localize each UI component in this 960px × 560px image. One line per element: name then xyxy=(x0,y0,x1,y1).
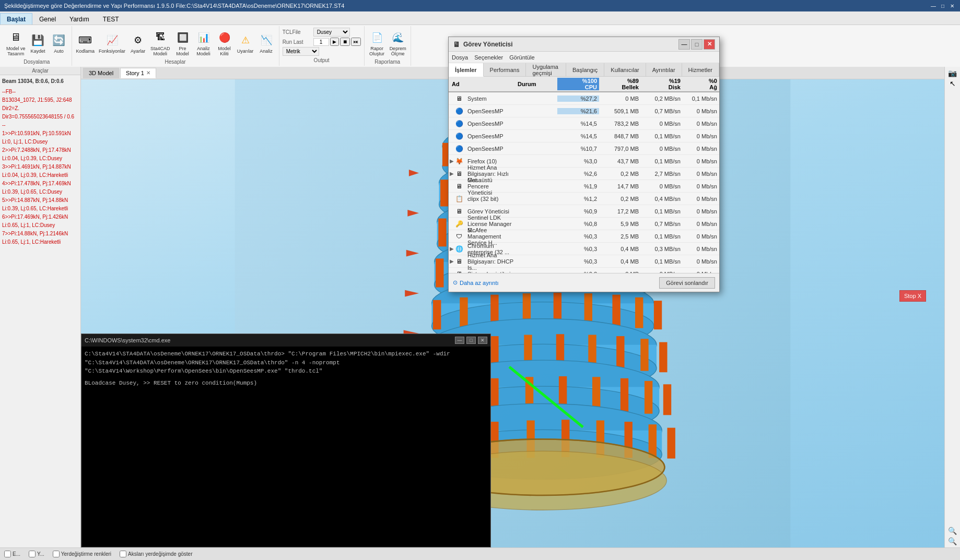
table-row[interactable]: ▶ 🖥 Hizmet Ana Bilgisayarı: DHCP Is... %… xyxy=(449,255,719,268)
model-kiliti-btn[interactable]: 🔴 ModelKiliti xyxy=(215,28,234,57)
zoom-in-tool[interactable]: 🔍 xyxy=(948,527,957,535)
row-expand-icon[interactable]: ▶ xyxy=(449,171,455,176)
status-check-2: Y... xyxy=(29,551,44,557)
cmd-close-btn[interactable]: ✕ xyxy=(478,337,487,344)
tm-tab-uygulama[interactable]: Uygulama geçmişi xyxy=(526,63,566,76)
maximize-btn[interactable]: □ xyxy=(939,2,946,9)
kodlama-icon: ⌨ xyxy=(77,32,93,49)
status-label-1: E... xyxy=(13,551,20,557)
table-row[interactable]: 🔵 OpenSeesMP %10,7 797,0 MB 0 MB/sn 0 Mb… xyxy=(449,142,719,155)
table-row[interactable]: 🖥 System %27,2 0 MB 0,2 MB/sn 0,1 Mb/sn xyxy=(449,92,719,105)
tm-less-detail-icon: ⊙ xyxy=(453,279,458,286)
status-checkbox-3[interactable] xyxy=(53,551,60,557)
model-tasarim-btn[interactable]: 🖥 Model veTasarım xyxy=(5,28,27,57)
tab-baslat[interactable]: Başlat xyxy=(0,13,32,25)
table-row[interactable]: 🔵 OpenSeesMP %21,6 509,1 MB 0,7 MB/sn 0 … xyxy=(449,105,719,117)
tm-icon: 🖥 xyxy=(453,40,460,49)
select-tool[interactable]: ↖ xyxy=(950,79,956,88)
tm-header-cpu[interactable]: %100CPU xyxy=(557,78,599,90)
dosyalama-items: 🖥 Model veTasarım 💾 Kaydet 🔄 Auto xyxy=(5,27,68,58)
tab-story1-close[interactable]: ✕ xyxy=(146,70,150,76)
run-play-btn[interactable]: ▶ xyxy=(330,38,339,46)
zoom-out-tool[interactable]: 🔍 xyxy=(948,537,957,545)
tm-menubar: Dosya Seçenekler Görüntüle xyxy=(449,52,719,63)
row-icon: 📋 xyxy=(455,195,463,203)
metric-select[interactable]: Metrik xyxy=(283,47,319,56)
ayarlar-btn[interactable]: ⚙ Ayarlar xyxy=(128,31,147,55)
row-icon: 🖥 xyxy=(455,257,463,266)
status-checkbox-1[interactable] xyxy=(4,551,11,557)
sta4cad-btn[interactable]: 🏗 Sta4CADModeli xyxy=(149,28,171,57)
row-expand-icon[interactable]: ▶ xyxy=(449,246,455,252)
hesaplar-label: Hesaplar xyxy=(165,59,186,65)
tm-menu-goruntule[interactable]: Görüntüle xyxy=(509,54,534,61)
table-row[interactable]: 🔵 OpenSeesMP %14,5 783,2 MB 0 MB/sn 0 Mb… xyxy=(449,117,719,130)
table-row[interactable]: 🖥 Masaüstü Pencere Yöneticisi %1,9 14,7 … xyxy=(449,180,719,193)
run-num-input[interactable] xyxy=(313,38,329,46)
row-mem: 0 MB xyxy=(599,96,641,102)
cmd-minimize-btn[interactable]: — xyxy=(455,337,464,344)
analiz-label: Analiz xyxy=(260,49,273,54)
analiz-btn[interactable]: 📉 Analiz xyxy=(257,31,276,55)
fonksiyonlar-btn[interactable]: 📈 Fonksiyonlar xyxy=(98,31,126,55)
tm-tab-hizmetler[interactable]: Hizmetler xyxy=(682,63,719,76)
tm-header-net[interactable]: %0Ağ xyxy=(683,78,719,90)
minimize-btn[interactable]: — xyxy=(930,2,937,9)
svg-rect-96 xyxy=(668,428,675,459)
tm-table-header: Ad Durum %100CPU %89Bellek %19Disk %0Ağ xyxy=(449,77,719,92)
row-cpu: %0,9 xyxy=(557,208,599,215)
auto-btn[interactable]: 🔄 Auto xyxy=(50,31,68,55)
stop-x-btn[interactable]: Stop X xyxy=(899,290,926,302)
tm-tab-islemler[interactable]: İşlemler xyxy=(449,63,484,77)
tm-menu-dosya[interactable]: Dosya xyxy=(452,54,468,61)
output-row-metric: Metrik xyxy=(283,47,361,56)
screenshot-tool[interactable]: 📷 xyxy=(948,69,957,77)
tab-story1[interactable]: Story 1 ✕ xyxy=(120,68,156,78)
tm-less-detail-btn[interactable]: ⊙ Daha az ayrıntı xyxy=(453,279,499,286)
pre-model-btn[interactable]: 🔲 PreModel xyxy=(173,28,192,57)
tab-3d-model[interactable]: 3D Model xyxy=(83,68,119,78)
tm-end-task-btn[interactable]: Görevi sonlandır xyxy=(659,277,715,289)
tab-yardim[interactable]: Yardım xyxy=(63,13,96,25)
tm-header-name[interactable]: Ad xyxy=(449,81,516,87)
tab-genel[interactable]: Genel xyxy=(32,13,63,25)
tm-maximize-btn[interactable]: □ xyxy=(691,39,703,50)
tm-minimize-btn[interactable]: — xyxy=(678,39,690,50)
tm-menu-secenekler[interactable]: Seçenekler xyxy=(474,54,503,61)
row-mem: 0,4 MB xyxy=(599,246,641,252)
beam-line-8: Li:0.04, Lj:0.39, LC:Dusey xyxy=(2,154,78,163)
status-checkbox-4[interactable] xyxy=(120,551,126,557)
row-expand-icon[interactable]: ▶ xyxy=(449,258,455,264)
tm-tab-ayrintilar[interactable]: Ayrıntılar xyxy=(646,63,682,76)
app-title: Şekildeğiştirmeye göre Değerlendirme ve … xyxy=(4,3,344,9)
kodlama-btn[interactable]: ⌨ Kodlama xyxy=(75,31,96,55)
row-disk: 0,2 MB/sn xyxy=(641,96,683,102)
close-btn[interactable]: ✕ xyxy=(949,2,956,9)
status-label-2: Y... xyxy=(37,551,44,557)
row-disk: 0 MB/sn xyxy=(641,183,683,189)
analiz-modeli-btn[interactable]: 📊 AnalizModeli xyxy=(194,28,213,57)
table-row[interactable]: 🛡 McAfee Management Service H... %0,3 2,… xyxy=(449,230,719,243)
run-stop-btn[interactable]: ⏹ xyxy=(340,38,350,46)
rapor-btn[interactable]: 📄 RaporOluştur xyxy=(368,28,387,57)
tm-header-disk[interactable]: %19Disk xyxy=(641,78,683,90)
table-row[interactable]: 🔵 OpenSeesMP %14,5 848,7 MB 0,1 MB/sn 0 … xyxy=(449,130,719,142)
dusey-select[interactable]: Dusey xyxy=(313,28,350,37)
tm-tab-kullanicilar[interactable]: Kullanıcılar xyxy=(604,63,646,76)
run-ff-btn[interactable]: ⏭ xyxy=(351,38,361,46)
kaydet-btn[interactable]: 💾 Kaydet xyxy=(29,31,48,55)
tm-header-status[interactable]: Durum xyxy=(516,81,557,87)
cmd-maximize-btn[interactable]: □ xyxy=(466,337,476,344)
tm-tab-baslangic[interactable]: Başlangıç xyxy=(566,63,604,76)
tab-test[interactable]: TEST xyxy=(96,13,126,25)
output-row-tcl: TCLFile Dusey xyxy=(283,28,361,37)
status-checkbox-2[interactable] xyxy=(29,551,36,557)
deprem-btn[interactable]: 🌊 DepremÖlçme xyxy=(389,28,407,57)
tm-header-mem[interactable]: %89Bellek xyxy=(599,78,641,90)
uyarilar-btn[interactable]: ⚠ Uyarılar xyxy=(236,31,255,55)
tm-tab-performans[interactable]: Performans xyxy=(484,63,526,76)
row-net: 0 Mb/sn xyxy=(683,233,719,240)
row-mem: 14,7 MB xyxy=(599,183,641,189)
tm-close-btn[interactable]: ✕ xyxy=(704,39,715,50)
row-expand-icon[interactable]: ▶ xyxy=(449,158,455,164)
